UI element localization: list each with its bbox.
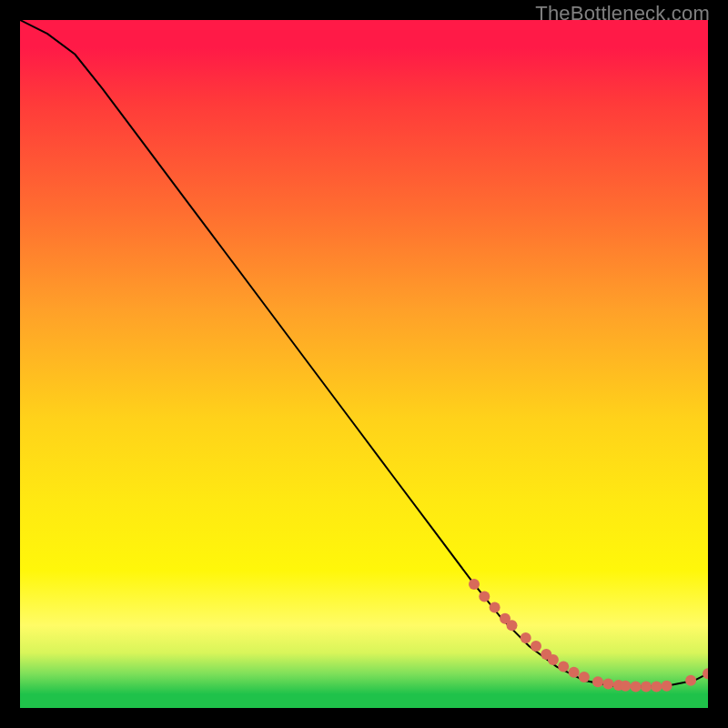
marker-point [548,654,559,665]
curve-line [20,20,708,687]
marker-point [685,675,696,686]
marker-point [592,676,603,687]
marker-point [558,662,569,672]
marker-point [579,672,590,682]
marker-point [479,592,490,602]
marker-point [602,679,613,690]
plot-area [20,20,708,708]
marker-point [521,632,531,643]
marker-point [641,682,652,693]
chart-svg [20,20,708,708]
marker-point [469,579,480,590]
chart-container: TheBottleneck.com [0,0,728,728]
marker-point [631,682,642,693]
marker-point [620,681,631,692]
marker-points [469,579,708,693]
marker-point [531,641,541,652]
marker-point [703,668,708,679]
marker-point [490,602,500,613]
marker-point [651,682,662,693]
marker-point [507,620,518,631]
marker-point [569,667,580,678]
marker-point [662,681,672,692]
